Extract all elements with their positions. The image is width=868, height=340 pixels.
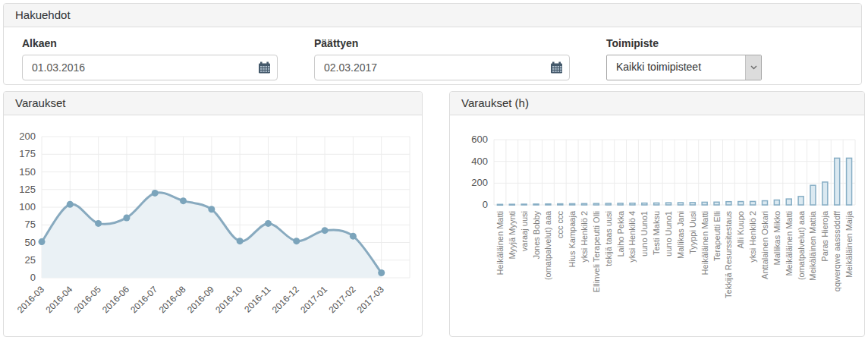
svg-text:ccc ccc: ccc ccc [555, 211, 565, 239]
end-date-label: Päättyen [314, 37, 570, 49]
svg-text:tekijä taas uusi: tekijä taas uusi [604, 211, 613, 266]
svg-text:(omatpalvelut) aaa: (omatpalvelut) aaa [543, 210, 552, 280]
svg-text:Alli Kuupo: Alli Kuupo [736, 211, 745, 249]
svg-text:2016-09: 2016-09 [185, 284, 216, 315]
svg-text:Laiho Pekka: Laiho Pekka [616, 210, 625, 257]
svg-text:uuno Uuno1: uuno Uuno1 [640, 211, 649, 257]
svg-text:125: 125 [19, 184, 36, 195]
search-filters-panel: Hakuehdot Alkaen [3, 3, 862, 85]
svg-text:yksi Henkilö 2: yksi Henkilö 2 [580, 211, 589, 263]
svg-text:0: 0 [30, 272, 36, 283]
svg-text:Tekkijä Resurssitestaus: Tekkijä Resurssitestaus [724, 211, 733, 298]
svg-text:Heikäläinen Matti: Heikäläinen Matti [700, 211, 709, 275]
svg-text:100: 100 [19, 201, 36, 212]
svg-text:varaaj uusi: varaaj uusi [520, 211, 529, 251]
svg-text:2016-06: 2016-06 [100, 284, 131, 315]
svg-text:2016-10: 2016-10 [213, 284, 244, 315]
svg-text:Testi Maksu: Testi Maksu [652, 211, 661, 255]
svg-text:Ellinveli Terapeutti Olli: Ellinveli Terapeutti Olli [592, 211, 601, 292]
svg-text:400: 400 [471, 156, 488, 167]
svg-text:(omatpalvelut) aaa: (omatpalvelut) aaa [797, 210, 806, 280]
svg-text:2017-01: 2017-01 [298, 284, 329, 315]
end-date-input-wrap [314, 55, 570, 80]
reservations-panel-title: Varaukset [4, 92, 422, 115]
filters-panel-title: Hakuehdot [4, 4, 861, 27]
svg-text:50: 50 [25, 237, 36, 248]
office-select-value: Kaikki toimipisteet [607, 55, 745, 80]
svg-text:Mallikas Mikko: Mallikas Mikko [772, 211, 782, 266]
office-field-group: Toimipiste Kaikki toimipisteet [606, 37, 762, 80]
svg-text:75: 75 [25, 219, 36, 230]
svg-text:2016-11: 2016-11 [242, 284, 273, 315]
svg-text:Heikäläinen Matti: Heikäläinen Matti [495, 211, 505, 275]
start-date-input[interactable] [22, 55, 278, 80]
calendar-icon[interactable] [258, 61, 271, 74]
svg-text:Meikäläinen Maija: Meikäläinen Maija [844, 210, 854, 278]
svg-text:2016-05: 2016-05 [72, 284, 103, 315]
svg-text:Meikäläinen Mattia: Meikäläinen Mattia [808, 210, 817, 281]
filters-body: Alkaen Pää [4, 27, 861, 80]
svg-text:150: 150 [19, 166, 36, 178]
svg-text:2017-02: 2017-02 [326, 284, 357, 315]
svg-text:200: 200 [471, 177, 488, 188]
svg-text:Meikäläinen Matti: Meikäläinen Matti [785, 211, 794, 276]
svg-text:Mallikas Jani: Mallikas Jani [676, 211, 685, 259]
svg-text:0: 0 [483, 199, 488, 210]
svg-text:600: 600 [471, 134, 488, 145]
svg-text:25: 25 [25, 254, 36, 266]
start-date-field-group: Alkaen [22, 37, 278, 80]
svg-text:175: 175 [19, 148, 36, 159]
reservations-panel: Varaukset 02550751001251501752002016-032… [3, 91, 423, 337]
svg-text:Terapeutti Elli: Terapeutti Elli [712, 211, 722, 261]
svg-text:Jones Bobby: Jones Bobby [532, 211, 541, 260]
end-date-input[interactable] [314, 55, 570, 80]
svg-text:yksi Henkilö 2: yksi Henkilö 2 [748, 211, 757, 263]
chevron-down-icon [745, 55, 761, 80]
start-date-input-wrap [22, 55, 278, 80]
svg-text:2016-04: 2016-04 [43, 284, 74, 315]
end-date-field-group: Päättyen [314, 37, 570, 80]
office-select[interactable]: Kaikki toimipisteet [606, 55, 762, 80]
svg-text:2016-08: 2016-08 [157, 284, 188, 315]
svg-text:Tyyppi Uusi: Tyyppi Uusi [688, 211, 697, 254]
svg-text:uuno Uuno1: uuno Uuno1 [664, 211, 673, 257]
svg-text:2016-12: 2016-12 [270, 284, 301, 315]
svg-text:qqwerqwe aasssdddff: qqwerqwe aasssdddff [832, 210, 841, 291]
svg-text:2017-03: 2017-03 [355, 284, 386, 315]
reservation-hours-panel: Varaukset (h) 0200400600Heikäläinen Matt… [449, 91, 865, 337]
svg-text:200: 200 [19, 131, 36, 142]
svg-text:2016-03: 2016-03 [15, 284, 46, 315]
start-date-label: Alkaen [22, 37, 278, 49]
reservations-line-chart: 02550751001251501752002016-032016-042016… [4, 115, 422, 337]
reservations-hours-bar-chart: 0200400600Heikäläinen MattiMyyjä Myyntiv… [450, 115, 864, 337]
svg-text:Anttalainen Oskari: Anttalainen Oskari [760, 211, 769, 279]
calendar-icon[interactable] [550, 61, 563, 74]
svg-text:Paras Hieroja: Paras Hieroja [820, 210, 829, 262]
svg-text:Myyjä Myynti: Myyjä Myynti [508, 211, 517, 260]
reservation-hours-panel-title: Varaukset (h) [450, 92, 864, 115]
svg-text:yksi Henkilö 4: yksi Henkilö 4 [627, 211, 637, 263]
office-label: Toimipiste [606, 37, 762, 49]
reservation-hours-chart-body: 0200400600Heikäläinen MattiMyyjä Myyntiv… [450, 115, 864, 340]
svg-text:2016-07: 2016-07 [128, 284, 159, 315]
reservations-chart-body: 02550751001251501752002016-032016-042016… [4, 115, 422, 340]
svg-text:Hius Kampaaja: Hius Kampaaja [568, 210, 577, 267]
